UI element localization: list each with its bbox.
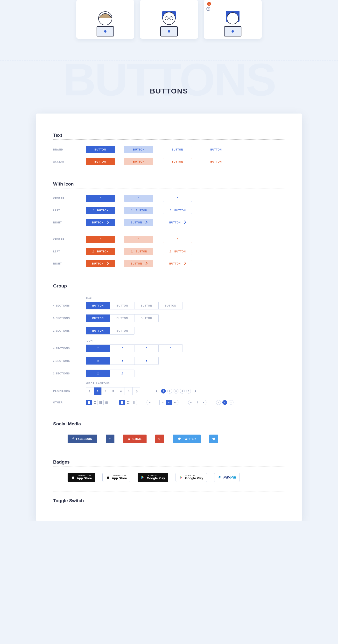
pag-round-5[interactable]: 5 <box>186 389 191 394</box>
group-seg-2[interactable] <box>110 345 134 352</box>
size-s[interactable]: S <box>166 400 172 405</box>
avatar-card-2[interactable] <box>140 0 198 39</box>
button-brand-tint[interactable]: BUTTON <box>124 146 153 153</box>
button-icon-right-tint-accent[interactable]: BUTTON <box>124 260 153 267</box>
button-icon-right-solid-accent[interactable]: BUTTON <box>86 260 115 267</box>
svg-rect-36 <box>88 401 90 402</box>
avatar-card-1[interactable] <box>76 0 134 39</box>
button-icon-center-tint-accent[interactable] <box>124 236 153 243</box>
view-cols[interactable] <box>131 400 137 405</box>
group-seg-3[interactable]: BUTTON <box>134 314 158 322</box>
group-seg-2[interactable] <box>110 370 134 377</box>
googleplay-badge-dark[interactable]: GET IT ONGoogle Play <box>138 473 168 482</box>
pag-prev[interactable] <box>86 388 94 395</box>
group-seg-1[interactable]: BUTTON <box>86 327 110 334</box>
button-icon-right-outline-accent[interactable]: BUTTON <box>163 260 192 267</box>
group-seg-1[interactable] <box>86 345 110 352</box>
group-seg-2[interactable]: BUTTON <box>110 302 134 309</box>
pagination-square: 1 2 3 4 5 <box>86 387 140 395</box>
dotted-rule <box>53 428 285 428</box>
button-accent-text[interactable]: BUTTON <box>202 158 231 165</box>
group-seg-2[interactable]: BUTTON <box>110 314 134 322</box>
pag-round-prev[interactable] <box>155 389 160 394</box>
round-plus[interactable]: + <box>229 400 234 405</box>
size-m[interactable]: M <box>159 400 166 405</box>
group-seg-3[interactable] <box>134 345 158 352</box>
twitter-button[interactable]: TWITTER <box>173 434 201 443</box>
group-seg-4[interactable]: BUTTON <box>158 302 183 309</box>
gmail-button[interactable]: G GMAIL <box>123 434 147 443</box>
group-seg-3[interactable]: BUTTON <box>134 302 158 309</box>
round-minus[interactable]: − <box>216 400 221 405</box>
button-icon-right-tint-brand[interactable]: BUTTON <box>124 219 153 226</box>
pag-5[interactable]: 5 <box>125 388 132 395</box>
pag-2[interactable]: 2 <box>101 388 109 395</box>
button-brand-text[interactable]: BUTTON <box>202 146 231 153</box>
googleplay-badge-light[interactable]: GET IT ONGoogle Play <box>176 473 207 482</box>
svg-rect-51 <box>121 403 123 404</box>
button-brand-outline[interactable]: BUTTON <box>163 146 192 153</box>
appstore-badge-light[interactable]: Download on theApp Store <box>102 473 130 482</box>
pag-4[interactable]: 4 <box>117 388 125 395</box>
button-icon-center-solid-brand[interactable] <box>86 195 115 202</box>
button-icon-right-solid-brand[interactable]: BUTTON <box>86 219 115 226</box>
facebook-button[interactable]: f FACEBOOK <box>68 434 97 443</box>
paypal-badge[interactable]: PayPal <box>214 473 240 482</box>
group-seg-1[interactable]: BUTTON <box>86 302 110 309</box>
button-icon-left-outline-accent[interactable]: BUTTON <box>163 248 192 255</box>
view-grid[interactable] <box>125 400 131 405</box>
stepper-minus[interactable]: − <box>188 400 194 405</box>
twitter-square-button[interactable] <box>209 434 218 443</box>
chevron-right-icon <box>193 390 196 392</box>
gmail-square-button[interactable]: G <box>155 434 164 443</box>
button-brand-solid[interactable]: BUTTON <box>86 146 115 153</box>
group-seg-2[interactable]: BUTTON <box>110 327 134 334</box>
button-icon-left-solid-accent[interactable]: BUTTON <box>86 248 115 255</box>
pag-round-4[interactable]: 4 <box>180 389 185 394</box>
group-seg-1[interactable]: BUTTON <box>86 314 110 322</box>
pag-1[interactable]: 1 <box>94 388 101 395</box>
pag-3[interactable]: 3 <box>109 388 117 395</box>
button-group-2: BUTTON BUTTON <box>86 327 134 334</box>
pag-round-next[interactable] <box>192 389 197 394</box>
view-list[interactable] <box>86 400 92 405</box>
grid-icon <box>127 401 129 404</box>
group-seg-1[interactable] <box>86 357 110 364</box>
appstore-badge-dark[interactable]: Download on theApp Store <box>68 473 95 482</box>
button-accent-outline[interactable]: BUTTON <box>163 158 192 165</box>
group-seg-4[interactable] <box>158 345 183 352</box>
button-icon-left-tint-brand[interactable]: BUTTON <box>124 207 153 214</box>
facebook-square-button[interactable]: f <box>106 434 114 443</box>
button-icon-right-outline-brand[interactable]: BUTTON <box>163 219 192 226</box>
avatar-card-3[interactable]: 1 <box>204 0 262 39</box>
button-icon-left-outline-brand[interactable]: BUTTON <box>163 207 192 214</box>
button-icon-center-tint-brand[interactable] <box>124 195 153 202</box>
button-icon-left-tint-accent[interactable]: BUTTON <box>124 248 153 255</box>
button-icon-center-solid-accent[interactable] <box>86 236 115 243</box>
view-cols[interactable] <box>97 400 103 405</box>
view-grid[interactable] <box>92 400 97 405</box>
stepper-plus[interactable]: + <box>201 400 206 405</box>
pag-next[interactable] <box>132 388 140 395</box>
size-xs[interactable]: XS <box>172 400 178 405</box>
pag-round-2[interactable]: 2 <box>167 389 172 394</box>
sub-label-icon: ICON <box>86 340 285 342</box>
twitter-label: TWITTER <box>183 438 196 440</box>
button-icon-center-outline-accent[interactable] <box>163 236 192 243</box>
size-l[interactable]: L <box>153 400 159 405</box>
button-icon-left-solid-brand[interactable]: BUTTON <box>86 207 115 214</box>
person-icon <box>137 197 140 200</box>
group-seg-3[interactable] <box>134 357 158 364</box>
group-seg-1[interactable] <box>86 370 110 377</box>
size-xl[interactable]: XL <box>147 400 153 405</box>
button-accent-tint[interactable]: BUTTON <box>124 158 153 165</box>
button-icon-center-outline-brand[interactable] <box>163 195 192 202</box>
button-accent-solid[interactable]: BUTTON <box>86 158 115 165</box>
view-list[interactable] <box>119 400 125 405</box>
group-seg-2[interactable] <box>110 357 134 364</box>
view-table[interactable] <box>103 400 109 405</box>
pag-round-3[interactable]: 3 <box>174 389 178 394</box>
facebook-icon: f <box>109 438 110 440</box>
row-label-2sections: 2 SECTIONS <box>53 330 76 332</box>
pag-round-1[interactable]: 1 <box>161 389 166 394</box>
